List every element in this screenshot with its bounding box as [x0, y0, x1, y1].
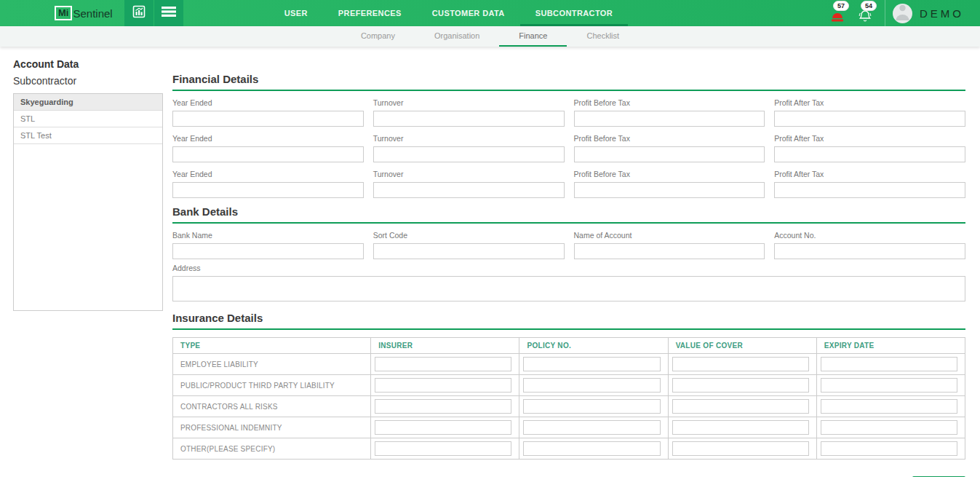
- profit-after-tax-input[interactable]: [774, 182, 965, 198]
- account-no-input[interactable]: [774, 243, 965, 259]
- nav-item-preferences[interactable]: PREFERENCES: [323, 0, 417, 26]
- cell-public-product-third-party-liability-insurer: [371, 375, 519, 396]
- cell-public-product-third-party-liability-value-of-cover: [668, 375, 816, 396]
- page-title: Account Data: [13, 58, 163, 70]
- field-profit-before-tax: Profit Before Tax: [574, 98, 765, 127]
- table-row: EMPLOYEE LIABILITY: [173, 354, 965, 375]
- tab-finance[interactable]: Finance: [499, 26, 567, 47]
- year-ended-input[interactable]: [172, 146, 364, 162]
- subnav: CompanyOrganisationFinanceChecklist: [0, 26, 980, 47]
- turnover-input[interactable]: [373, 146, 565, 162]
- year-ended-input[interactable]: [172, 182, 364, 198]
- nav-item-user[interactable]: USER: [269, 0, 323, 26]
- profit-before-tax-input[interactable]: [574, 182, 765, 198]
- profit-after-tax-label: Profit After Tax: [774, 170, 965, 178]
- professional-indemnity-insurer-input[interactable]: [375, 420, 511, 435]
- account-no-label: Account No.: [774, 231, 965, 240]
- insurance-type-employee-liability: EMPLOYEE LIABILITY: [173, 354, 371, 375]
- profit-before-tax-input[interactable]: [574, 111, 765, 127]
- column-header-policy-no: POLICY NO.: [519, 338, 668, 354]
- page: Mi Sentinel: [0, 0, 980, 477]
- address-input[interactable]: [172, 276, 965, 301]
- cell-employee-liability-policy-no: [519, 354, 668, 375]
- nav-item-subcontractor[interactable]: SUBCONTRACTOR: [520, 0, 628, 26]
- name-of-account-input[interactable]: [574, 243, 765, 259]
- other-please-specify-expiry-date-input[interactable]: [821, 441, 957, 456]
- profit-after-tax-input[interactable]: [774, 146, 965, 162]
- insurance-details-title: Insurance Details: [172, 312, 965, 330]
- table-row: OTHER(PLEASE SPECIFY): [173, 438, 965, 460]
- turnover-input[interactable]: [373, 111, 565, 127]
- profit-before-tax-label: Profit Before Tax: [574, 134, 765, 143]
- cell-contractors-all-risks-value-of-cover: [668, 396, 816, 417]
- financial-details-title: Financial Details: [172, 73, 965, 91]
- year-ended-label: Year Ended: [172, 170, 364, 178]
- public-product-third-party-liability-policy-no-input[interactable]: [523, 378, 660, 393]
- public-product-third-party-liability-expiry-date-input[interactable]: [821, 378, 957, 393]
- tab-company[interactable]: Company: [341, 26, 415, 47]
- profit-after-tax-label: Profit After Tax: [774, 98, 965, 107]
- contractors-all-risks-value-of-cover-input[interactable]: [672, 399, 809, 414]
- profit-before-tax-input[interactable]: [574, 146, 765, 162]
- turnover-label: Turnover: [373, 134, 565, 143]
- cell-other-please-specify-expiry-date: [816, 438, 965, 460]
- table-row: CONTRACTORS ALL RISKS: [173, 396, 965, 417]
- tab-organisation[interactable]: Organisation: [415, 26, 499, 47]
- year-ended-label: Year Ended: [172, 98, 364, 107]
- hamburger-icon: [162, 6, 176, 20]
- list-item-stl-test[interactable]: STL Test: [14, 127, 162, 144]
- app-logo[interactable]: Mi Sentinel: [55, 6, 113, 20]
- avatar[interactable]: [893, 4, 912, 23]
- alarm-notification-button[interactable]: 57: [828, 4, 847, 23]
- other-please-specify-insurer-input[interactable]: [375, 441, 511, 456]
- cell-professional-indemnity-insurer: [371, 417, 519, 438]
- year-ended-label: Year Ended: [172, 134, 364, 143]
- address-label: Address: [172, 264, 965, 272]
- public-product-third-party-liability-insurer-input[interactable]: [375, 378, 511, 393]
- user-name[interactable]: DEMO: [920, 7, 964, 20]
- sort-code-input[interactable]: [373, 243, 565, 259]
- employee-liability-insurer-input[interactable]: [375, 357, 511, 371]
- employee-liability-expiry-date-input[interactable]: [821, 357, 957, 371]
- contractors-all-risks-expiry-date-input[interactable]: [821, 399, 957, 414]
- cell-public-product-third-party-liability-policy-no: [519, 375, 668, 396]
- cell-professional-indemnity-expiry-date: [816, 417, 965, 438]
- cell-contractors-all-risks-expiry-date: [816, 396, 965, 417]
- bank-name-label: Bank Name: [172, 231, 364, 240]
- field-bank-name: Bank Name: [172, 231, 364, 259]
- employee-liability-value-of-cover-input[interactable]: [672, 357, 809, 371]
- cell-professional-indemnity-value-of-cover: [668, 417, 816, 438]
- cell-other-please-specify-value-of-cover: [668, 438, 816, 460]
- other-please-specify-value-of-cover-input[interactable]: [672, 441, 809, 456]
- insurance-type-professional-indemnity: PROFESSIONAL INDEMNITY: [173, 417, 371, 438]
- turnover-input[interactable]: [373, 182, 565, 198]
- column-header-expiry-date: EXPIRY DATE: [816, 338, 965, 354]
- employee-liability-policy-no-input[interactable]: [523, 357, 660, 371]
- dashboard-button[interactable]: [124, 0, 154, 26]
- year-ended-input[interactable]: [172, 111, 364, 127]
- nav-item-customer-data[interactable]: CUSTOMER DATA: [417, 0, 520, 26]
- professional-indemnity-value-of-cover-input[interactable]: [672, 420, 809, 435]
- insurance-table-header-row: TYPEINSURERPOLICY NO.VALUE OF COVEREXPIR…: [173, 338, 965, 354]
- field-turnover: Turnover: [373, 134, 565, 162]
- other-please-specify-policy-no-input[interactable]: [523, 441, 660, 456]
- contractors-all-risks-policy-no-input[interactable]: [523, 399, 660, 414]
- profit-after-tax-input[interactable]: [774, 111, 965, 127]
- menu-button[interactable]: [154, 0, 183, 26]
- column-header-insurer: INSURER: [371, 338, 519, 354]
- top-nav: USERPREFERENCESCUSTOMER DATASUBCONTRACTO…: [269, 0, 628, 26]
- bank-name-input[interactable]: [172, 243, 364, 259]
- profit-before-tax-label: Profit Before Tax: [574, 98, 765, 107]
- field-year-ended: Year Ended: [172, 134, 364, 162]
- financial-rows: Year EndedTurnoverProfit Before TaxProfi…: [172, 98, 965, 198]
- list-item-skyeguarding[interactable]: Skyeguarding: [14, 94, 162, 111]
- list-item-stl[interactable]: STL: [14, 111, 162, 127]
- turnover-label: Turnover: [373, 170, 565, 178]
- tab-checklist[interactable]: Checklist: [567, 26, 639, 47]
- professional-indemnity-policy-no-input[interactable]: [523, 420, 660, 435]
- public-product-third-party-liability-value-of-cover-input[interactable]: [672, 378, 809, 393]
- insurance-type-public-product-third-party-liability: PUBLIC/PRODUCT THIRD PARTY LIABILITY: [173, 375, 371, 396]
- professional-indemnity-expiry-date-input[interactable]: [821, 420, 957, 435]
- contractors-all-risks-insurer-input[interactable]: [375, 399, 511, 414]
- bell-notification-button[interactable]: 54: [856, 4, 875, 23]
